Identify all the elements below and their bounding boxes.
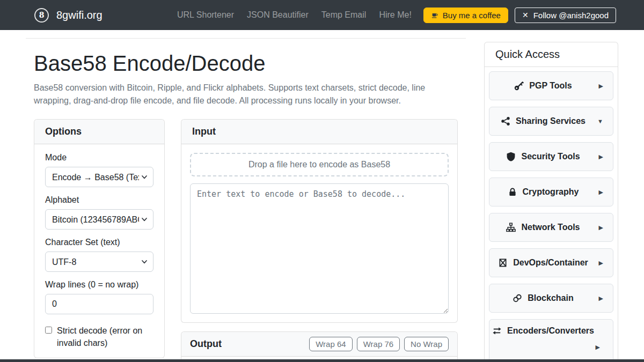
wrap-76-button[interactable]: Wrap 76 <box>357 337 400 351</box>
caret-down-icon: ▼ <box>597 119 603 124</box>
footer <box>0 359 644 362</box>
output-header: Output Wrap 64 Wrap 76 No Wrap <box>181 332 457 357</box>
link-icon <box>513 293 522 303</box>
sidebar-item-label: Blockchain <box>528 293 573 303</box>
output-panel: Output Wrap 64 Wrap 76 No Wrap <box>181 331 458 362</box>
follow-label: Follow @anish2good <box>533 11 609 20</box>
sidebar-item-label: Encoders/Converters <box>507 326 594 336</box>
share-icon <box>501 116 510 126</box>
coffee-icon <box>431 11 438 19</box>
wrap-lines-label: Wrap lines (0 = no wrap) <box>45 280 153 290</box>
sidebar-item-label: Security Tools <box>521 152 580 161</box>
caret-right-icon: ▶ <box>599 225 603 231</box>
sidebar-item-encoders-converters[interactable]: Encoders/Converters ▶ <box>489 319 613 362</box>
caret-right-icon: ▶ <box>599 189 603 195</box>
follow-button[interactable]: ✕ Follow @anish2good <box>515 8 616 23</box>
charset-select[interactable]: UTF-8 <box>45 252 153 272</box>
sidebar-item-sharing-services[interactable]: Sharing Services ▼ <box>489 107 613 136</box>
strict-decode-label: Strict decode (error on invalid chars) <box>57 324 153 349</box>
wrap-lines-input[interactable] <box>45 294 153 314</box>
sidebar-item-blockchain[interactable]: Blockchain ▶ <box>489 284 613 313</box>
tool-cards-row: Options Mode Encode → Base58 (Tex Alphab… <box>34 119 465 362</box>
input-body: Drop a file here to encode as Base58 <box>181 144 457 322</box>
caret-right-icon: ▶ <box>599 83 603 89</box>
divider <box>26 38 466 39</box>
nav-link-json-beautifier[interactable]: JSON Beautifier <box>240 6 315 24</box>
shield-icon <box>506 152 516 161</box>
brand[interactable]: 8 8gwifi.org <box>34 8 103 23</box>
mode-select[interactable]: Encode → Base58 (Tex <box>45 167 153 187</box>
no-wrap-button[interactable]: No Wrap <box>404 337 449 351</box>
page-title: Base58 Encode/Decode <box>34 50 465 76</box>
input-panel: Input Drop a file here to encode as Base… <box>181 119 458 323</box>
swap-icon <box>492 326 502 336</box>
quick-access-panel: Quick Access PGP Tools ▶ Sharing Service… <box>484 42 618 362</box>
navbar: 8 8gwifi.org URL Shortener JSON Beautifi… <box>0 0 644 30</box>
main-column: Base58 Encode/Decode Base58 conversion w… <box>26 30 473 362</box>
sidebar-item-pgp-tools[interactable]: PGP Tools ▶ <box>489 71 613 100</box>
sidebar-item-label: Sharing Services <box>516 116 586 126</box>
alphabet-select[interactable]: Bitcoin (123456789ABC <box>45 209 153 230</box>
caret-right-icon: ▶ <box>599 154 603 160</box>
x-icon: ✕ <box>522 11 529 19</box>
strict-decode-row: Strict decode (error on invalid chars) <box>45 324 153 349</box>
input-textarea[interactable] <box>190 183 449 314</box>
wrap-buttons: Wrap 64 Wrap 76 No Wrap <box>309 337 449 351</box>
mode-label: Mode <box>45 153 153 162</box>
caret-right-icon: ▶ <box>599 260 603 266</box>
brand-name: 8gwifi.org <box>56 9 103 21</box>
page-content: Base58 Encode/Decode Base58 conversion w… <box>0 30 644 362</box>
page-description: Base58 conversion with Bitcoin, Ripple, … <box>34 82 450 107</box>
key-icon <box>514 81 524 91</box>
coffee-label: Buy me a coffee <box>443 11 501 20</box>
strict-decode-checkbox[interactable] <box>45 326 52 334</box>
options-body: Mode Encode → Base58 (Tex Alphabet Bitco… <box>34 144 164 358</box>
alphabet-label: Alphabet <box>45 195 153 205</box>
mode-select-wrap: Encode → Base58 (Tex <box>45 167 153 187</box>
io-column: Input Drop a file here to encode as Base… <box>181 119 458 362</box>
charset-select-wrap: UTF-8 <box>45 252 153 272</box>
sitemap-icon <box>506 223 516 232</box>
wrap-64-button[interactable]: Wrap 64 <box>309 337 352 351</box>
logo-icon: 8 <box>34 8 49 23</box>
nav-link-hire-me[interactable]: Hire Me! <box>372 6 418 24</box>
options-panel: Options Mode Encode → Base58 (Tex Alphab… <box>34 119 165 358</box>
nav-link-temp-email[interactable]: Temp Email <box>315 6 373 24</box>
buy-me-a-coffee-button[interactable]: Buy me a coffee <box>423 8 508 23</box>
cube-icon <box>498 258 508 268</box>
sidebar-item-label: PGP Tools <box>529 81 572 91</box>
file-dropzone[interactable]: Drop a file here to encode as Base58 <box>190 153 449 176</box>
options-header: Options <box>34 120 164 144</box>
charset-label: Character Set (text) <box>45 238 153 247</box>
sidebar-item-label: DevOps/Container <box>513 258 588 268</box>
input-header: Input <box>181 120 457 144</box>
sidebar-item-label: Network Tools <box>521 223 580 232</box>
sidebar-item-network-tools[interactable]: Network Tools ▶ <box>489 213 613 242</box>
caret-right-icon: ▶ <box>599 295 603 301</box>
output-title: Output <box>190 338 222 350</box>
sidebar: Quick Access PGP Tools ▶ Sharing Service… <box>484 42 618 362</box>
caret-right-icon: ▶ <box>493 344 600 350</box>
nav-link-url-shortener[interactable]: URL Shortener <box>171 6 240 24</box>
sidebar-item-label: Cryptography <box>523 187 579 197</box>
alphabet-select-wrap: Bitcoin (123456789ABC <box>45 209 153 230</box>
sidebar-item-security-tools[interactable]: Security Tools ▶ <box>489 142 613 171</box>
quick-access-header: Quick Access <box>485 42 618 67</box>
nav-links: URL Shortener JSON Beautifier Temp Email… <box>171 6 616 24</box>
sidebar-item-devops-container[interactable]: DevOps/Container ▶ <box>489 248 613 277</box>
quick-access-items: PGP Tools ▶ Sharing Services ▼ Security … <box>485 67 618 362</box>
sidebar-item-cryptography[interactable]: Cryptography ▶ <box>489 178 613 206</box>
lock-icon <box>508 187 517 197</box>
